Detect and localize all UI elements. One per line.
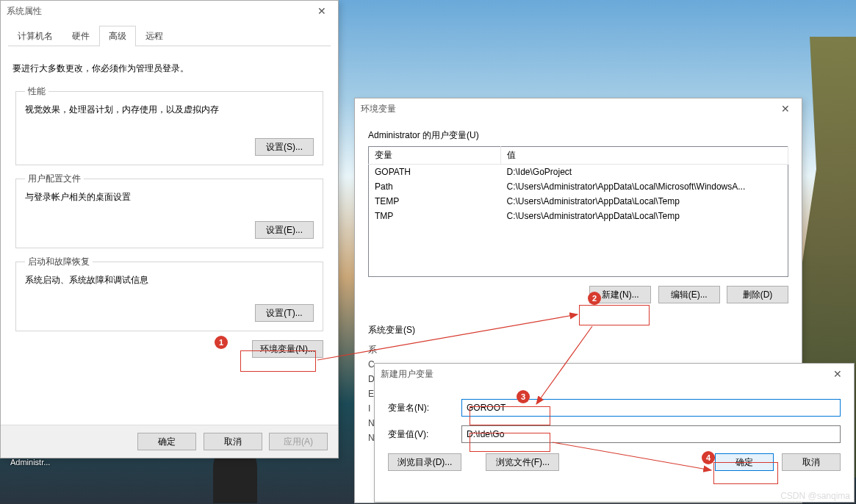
browse-dir-button[interactable]: 浏览目录(D)... bbox=[388, 453, 461, 471]
sysprops-button-bar: 确定 取消 应用(A) bbox=[1, 425, 338, 458]
tab-hardware[interactable]: 硬件 bbox=[62, 26, 99, 46]
performance-legend: 性能 bbox=[25, 85, 48, 98]
annotation-badge-2: 2 bbox=[588, 292, 601, 305]
table-row[interactable]: PathC:\Users\Administrator\AppData\Local… bbox=[369, 179, 788, 194]
performance-settings-button[interactable]: 设置(S)... bbox=[255, 138, 314, 156]
close-icon[interactable]: ✕ bbox=[775, 101, 796, 116]
admin-notice: 要进行大多数更改，你必须作为管理员登录。 bbox=[12, 62, 326, 75]
sysprops-title: 系统属性 bbox=[7, 5, 42, 18]
table-row[interactable]: GOPATHD:\Ide\GoProject bbox=[369, 165, 788, 180]
var-value-label: 变量值(V): bbox=[388, 428, 461, 441]
edit-button[interactable]: 编辑(E)... bbox=[658, 286, 720, 303]
table-row[interactable]: TMPC:\Users\Administrator\AppData\Local\… bbox=[369, 209, 788, 223]
new-user-variable-dialog: 新建用户变量 ✕ 变量名(N): 变量值(V): 浏览目录(D)... 浏览文件… bbox=[374, 363, 855, 503]
profiles-settings-button[interactable]: 设置(E)... bbox=[255, 221, 314, 239]
watermark: CSDN @sanqima bbox=[780, 491, 850, 501]
apply-button[interactable]: 应用(A) bbox=[269, 433, 328, 450]
user-vars-table[interactable]: 变量 值 GOPATHD:\Ide\GoProjectPathC:\Users\… bbox=[368, 146, 788, 277]
environment-variables-button[interactable]: 环境变量(N)... bbox=[252, 340, 323, 358]
browse-file-button[interactable]: 浏览文件(F)... bbox=[486, 453, 559, 471]
ok-button[interactable]: 确定 bbox=[137, 433, 196, 450]
annotation-badge-1: 1 bbox=[215, 336, 228, 349]
user-vars-label: Administrator 的用户变量(U) bbox=[368, 129, 788, 142]
sysprops-titlebar[interactable]: 系统属性 ✕ bbox=[1, 1, 338, 21]
performance-group: 性能 视觉效果，处理器计划，内存使用，以及虚拟内存 设置(S)... bbox=[15, 85, 323, 165]
table-row[interactable]: TEMPC:\Users\Administrator\AppData\Local… bbox=[369, 194, 788, 209]
var-value-input[interactable] bbox=[461, 425, 841, 443]
close-icon[interactable]: ✕ bbox=[312, 4, 332, 18]
sysprops-tabs: 计算机名 硬件 高级 远程 bbox=[8, 26, 331, 46]
ok-button[interactable]: 确定 bbox=[715, 453, 774, 471]
system-vars-label: 系统变量(S) bbox=[368, 324, 788, 336]
profiles-group: 用户配置文件 与登录帐户相关的桌面设置 设置(E)... bbox=[15, 173, 323, 248]
shortcut-label: Administr... bbox=[10, 458, 50, 467]
annotation-badge-3: 3 bbox=[517, 390, 530, 403]
col-variable[interactable]: 变量 bbox=[369, 147, 501, 165]
tab-advanced[interactable]: 高级 bbox=[99, 26, 136, 46]
startup-desc: 系统启动、系统故障和调试信息 bbox=[25, 274, 314, 287]
startup-settings-button[interactable]: 设置(T)... bbox=[255, 304, 314, 322]
performance-desc: 视觉效果，处理器计划，内存使用，以及虚拟内存 bbox=[25, 104, 314, 116]
tab-computer-name[interactable]: 计算机名 bbox=[8, 26, 62, 46]
cancel-button[interactable]: 取消 bbox=[204, 433, 262, 450]
close-icon[interactable]: ✕ bbox=[827, 367, 848, 381]
newvar-titlebar[interactable]: 新建用户变量 ✕ bbox=[375, 364, 854, 384]
newvar-title: 新建用户变量 bbox=[381, 368, 434, 381]
col-value[interactable]: 值 bbox=[501, 147, 788, 165]
var-name-label: 变量名(N): bbox=[388, 402, 461, 414]
startup-legend: 启动和故障恢复 bbox=[25, 256, 93, 268]
system-properties-dialog: 系统属性 ✕ 计算机名 硬件 高级 远程 要进行大多数更改，你必须作为管理员登录… bbox=[0, 0, 339, 458]
delete-button[interactable]: 删除(D) bbox=[727, 286, 788, 303]
env-titlebar[interactable]: 环境变量 ✕ bbox=[355, 98, 802, 119]
annotation-badge-4: 4 bbox=[702, 451, 715, 464]
system-var-stub: 系 bbox=[368, 342, 788, 357]
cancel-button[interactable]: 取消 bbox=[782, 453, 841, 471]
env-title: 环境变量 bbox=[361, 103, 396, 115]
tab-remote[interactable]: 远程 bbox=[136, 26, 173, 46]
profiles-desc: 与登录帐户相关的桌面设置 bbox=[25, 191, 314, 204]
profiles-legend: 用户配置文件 bbox=[25, 173, 84, 185]
startup-group: 启动和故障恢复 系统启动、系统故障和调试信息 设置(T)... bbox=[15, 256, 323, 331]
